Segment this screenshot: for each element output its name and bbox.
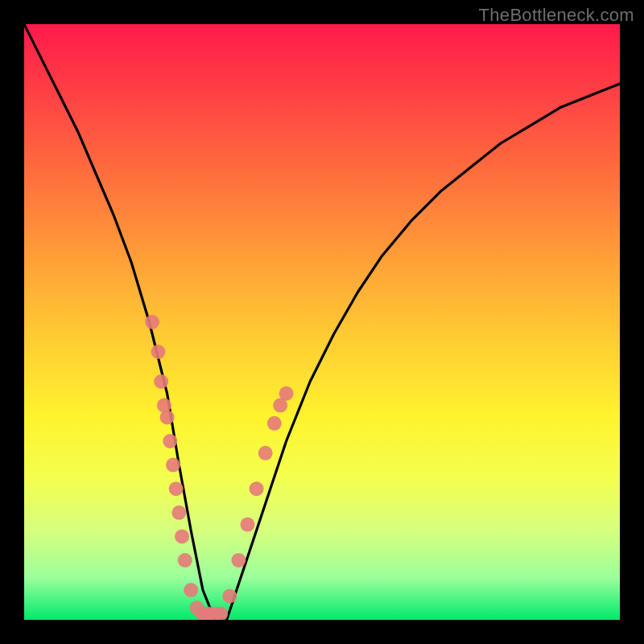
scatter-dot xyxy=(258,446,273,460)
scatter-dot xyxy=(171,506,186,520)
scatter-dot xyxy=(178,553,192,568)
plot-area xyxy=(24,24,620,620)
bottleneck-curve xyxy=(24,24,620,620)
scatter-dot xyxy=(175,529,189,543)
scatter-dots xyxy=(145,315,294,620)
chart-frame: TheBottleneck.com xyxy=(0,0,644,644)
scatter-dot xyxy=(160,410,175,424)
scatter-dot xyxy=(145,315,159,329)
scatter-dot xyxy=(222,588,237,603)
scatter-dot xyxy=(241,518,255,532)
chart-svg xyxy=(24,24,620,620)
scatter-dot xyxy=(250,481,264,496)
watermark-label: TheBottleneck.com xyxy=(479,5,634,26)
scatter-dot xyxy=(169,481,184,496)
scatter-dot xyxy=(163,434,177,448)
scatter-dot xyxy=(184,583,198,597)
scatter-dot xyxy=(231,553,246,568)
scatter-dot xyxy=(279,386,294,401)
scatter-dot xyxy=(267,416,282,431)
scatter-dot xyxy=(166,458,180,473)
scatter-dot xyxy=(151,345,166,359)
scatter-dot xyxy=(154,374,168,389)
